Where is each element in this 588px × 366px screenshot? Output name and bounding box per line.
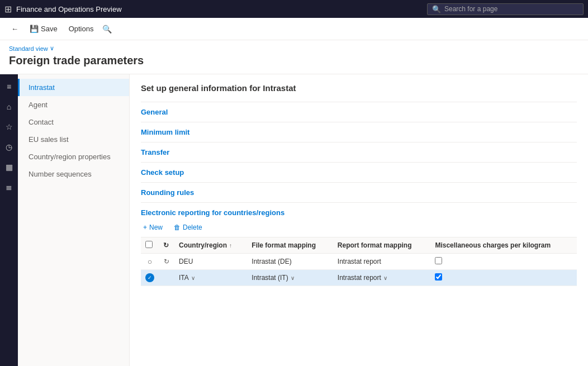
sidebar-item-eu-sales-list[interactable]: EU sales list (18, 131, 129, 148)
row-country-2[interactable]: ITA ∨ (174, 270, 247, 286)
misc-charges-checkbox-1[interactable] (435, 257, 442, 264)
plus-icon: + (143, 224, 147, 231)
back-icon: ← (11, 25, 18, 33)
standard-view-selector[interactable]: Standard view ∨ (9, 45, 579, 52)
page-header: Standard view ∨ Foreign trade parameters (0, 40, 588, 74)
th-refresh: ↻ (159, 237, 174, 254)
sidebar-icon-modules[interactable]: ≣ (1, 179, 17, 195)
save-icon: 💾 (30, 25, 39, 33)
chevron-down-icon: ∨ (383, 275, 387, 281)
row-report-format-2[interactable]: Intrastat report ∨ (333, 270, 431, 286)
section-check-setup[interactable]: Check setup (141, 162, 577, 182)
section-minimum-limit[interactable]: Minimum limit (141, 122, 577, 142)
content-area: Set up general information for Intrastat… (130, 74, 588, 366)
misc-charges-checkbox-2[interactable] (435, 273, 442, 281)
search-input[interactable] (444, 5, 578, 13)
section-transfer[interactable]: Transfer (141, 142, 577, 162)
th-file-format-mapping: File format mapping (247, 237, 333, 254)
row-select-2[interactable]: ✓ (141, 270, 159, 286)
options-button[interactable]: Options (64, 22, 98, 35)
th-country-region[interactable]: Country/region ↑ (174, 237, 247, 254)
section-rounding-rules[interactable]: Rounding rules (141, 182, 577, 202)
radio-unchecked-icon: ○ (148, 257, 152, 266)
search-box[interactable]: 🔍 (427, 3, 584, 15)
row-select-1[interactable]: ○ (141, 254, 159, 270)
section-general[interactable]: General (141, 102, 577, 122)
sidebar-icon-home[interactable]: ⌂ (1, 99, 17, 115)
nav-sidebar: Intrastat Agent Contact EU sales list Co… (18, 74, 130, 366)
row-misc-2[interactable] (430, 270, 577, 286)
table-toolbar: + New 🗑 Delete (141, 222, 577, 232)
back-button[interactable]: ← (7, 22, 23, 35)
sidebar-item-number-sequences[interactable]: Number sequences (18, 165, 129, 183)
row-refresh-1[interactable]: ↻ (159, 254, 174, 270)
grid-icon[interactable]: ⊞ (4, 4, 12, 15)
search-cmd-icon[interactable]: 🔍 (102, 25, 112, 34)
table-row[interactable]: ○ ↻ DEU Intrastat (DE) Intrastat report (141, 254, 577, 270)
main-layout: ≡ ⌂ ☆ ◷ ▦ ≣ Intrastat Agent Contact EU s… (0, 74, 588, 366)
th-report-format-mapping: Report format mapping (333, 237, 431, 254)
row-misc-1[interactable] (430, 254, 577, 270)
page-title: Foreign trade parameters (9, 54, 579, 67)
chevron-down-icon: ∨ (291, 275, 295, 281)
sort-icon: ↑ (229, 243, 232, 249)
th-misc-charges: Miscellaneous charges per kilogram (430, 237, 577, 254)
sidebar-icon-menu[interactable]: ≡ (1, 79, 17, 94)
refresh-icon: ↻ (164, 258, 169, 265)
refresh-icon: ↻ (163, 241, 169, 249)
delete-button[interactable]: 🗑 Delete (172, 222, 205, 232)
sidebar-icon-recent[interactable]: ◷ (1, 139, 17, 155)
icon-sidebar: ≡ ⌂ ☆ ◷ ▦ ≣ (0, 74, 18, 366)
sidebar-item-contact[interactable]: Contact (18, 113, 129, 131)
select-all-checkbox[interactable] (145, 241, 153, 248)
save-button[interactable]: 💾 Save (25, 22, 62, 35)
delete-icon: 🗑 (174, 224, 181, 231)
sidebar-icon-workspaces[interactable]: ▦ (1, 159, 17, 175)
row-file-format-2[interactable]: Intrastat (IT) ∨ (247, 270, 333, 286)
sidebar-item-intrastat[interactable]: Intrastat (18, 79, 129, 96)
top-bar: ⊞ Finance and Operations Preview 🔍 (0, 0, 588, 18)
er-section: Electronic reporting for countries/regio… (141, 202, 577, 286)
er-table: ↻ Country/region ↑ File format mapping R… (141, 237, 577, 286)
search-icon: 🔍 (432, 5, 441, 13)
chevron-down-icon: ∨ (191, 275, 195, 281)
content-header: Set up general information for Intrastat (141, 83, 577, 93)
app-title: Finance and Operations Preview (16, 5, 423, 13)
th-select (141, 237, 159, 254)
row-country-1: DEU (174, 254, 247, 270)
sidebar-icon-favorites[interactable]: ☆ (1, 119, 17, 135)
table-row[interactable]: ✓ ITA ∨ Intrastat (IT) ∨ (141, 270, 577, 286)
new-button[interactable]: + New (141, 222, 165, 232)
row-report-format-1: Intrastat report (333, 254, 431, 270)
sidebar-item-country-region-properties[interactable]: Country/region properties (18, 148, 129, 165)
row-refresh-2[interactable] (159, 270, 174, 286)
selected-indicator: ✓ (145, 273, 154, 282)
sidebar-item-agent[interactable]: Agent (18, 96, 129, 113)
chevron-down-icon: ∨ (50, 45, 54, 52)
command-bar: ← 💾 Save Options 🔍 (0, 18, 588, 40)
row-file-format-1: Intrastat (DE) (247, 254, 333, 270)
er-section-title: Electronic reporting for countries/regio… (141, 208, 577, 217)
